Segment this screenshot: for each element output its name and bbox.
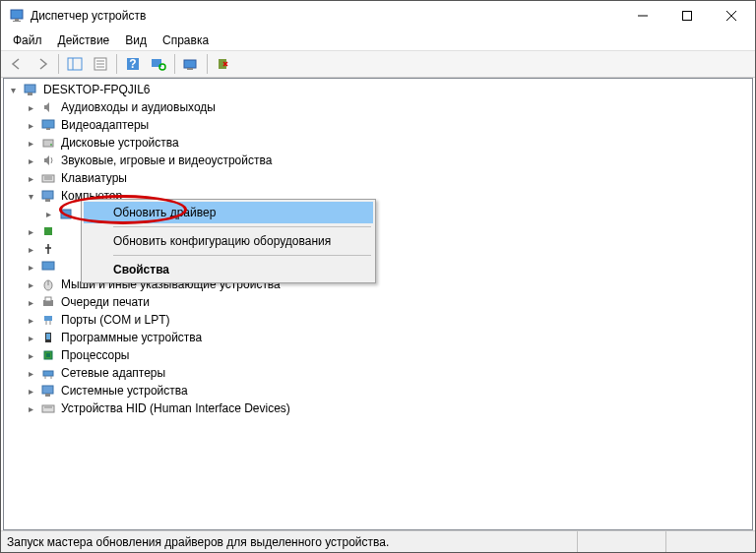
tree-item-audio[interactable]: ▸ Аудиовходы и аудиовыходы [4,98,752,116]
collapse-icon[interactable]: ▾ [24,189,37,203]
svg-rect-29 [42,191,53,199]
toolbar-separator [58,54,59,74]
tree-item-keyboard[interactable]: ▸ Клавиатуры [4,169,752,187]
svg-rect-17 [184,60,196,68]
properties-button[interactable] [89,52,112,76]
svg-rect-30 [45,199,50,202]
svg-rect-48 [42,386,53,394]
svg-rect-37 [45,297,51,301]
cpu-icon [39,347,57,363]
expand-icon[interactable]: ▸ [24,331,37,344]
expand-icon[interactable]: ▸ [24,171,37,185]
expand-icon[interactable]: ▸ [24,384,37,398]
expand-icon[interactable]: ▸ [24,401,37,415]
toolbar-separator [116,54,117,74]
status-pane-3 [666,531,755,552]
ctx-separator [113,255,371,256]
printer-icon [39,294,57,310]
tree-item-printer[interactable]: ▸ Очереди печати [4,293,752,311]
expand-icon[interactable]: ▸ [24,100,37,114]
ctx-properties[interactable]: Свойства [84,259,373,280]
svg-rect-49 [45,394,50,397]
tree-item-label: Системные устройства [59,384,190,398]
expand-icon[interactable]: ▸ [24,242,37,256]
device-tree[interactable]: ▾ DESKTOP-FPQJIL6 ▸ Аудиовходы и аудиовы… [3,78,753,530]
audio-icon [39,99,57,115]
computer-icon [22,82,39,97]
expand-icon[interactable]: ▸ [24,224,37,238]
svg-rect-44 [46,353,50,357]
tree-item-system[interactable]: ▸ Системные устройства [4,382,752,399]
status-pane-2 [578,531,666,552]
svg-point-25 [50,144,52,146]
expand-icon[interactable]: ▸ [24,366,37,380]
status-text: Запуск мастера обновления драйверов для … [1,531,578,552]
back-button[interactable] [5,52,29,76]
port-icon [39,312,57,328]
tree-item-label: Клавиатуры [59,171,129,185]
menu-help[interactable]: Справка [155,31,217,49]
maximize-button[interactable] [664,2,709,30]
expand-icon[interactable]: ▸ [24,295,37,309]
tree-item-network[interactable]: ▸ Сетевые адаптеры [4,364,752,382]
close-button[interactable] [709,2,753,30]
controller-icon [39,223,57,239]
tree-item-hid[interactable]: ▸ Устройства HID (Human Interface Device… [4,399,752,417]
help-button[interactable]: ? [121,52,145,76]
toolbar: ? [1,50,755,78]
collapse-icon[interactable]: ▾ [6,83,20,96]
mouse-icon [39,276,57,292]
menu-action[interactable]: Действие [50,31,118,49]
toolbar-separator [174,54,175,74]
tree-item-display[interactable]: ▸ Видеоадаптеры [4,116,752,134]
menu-view[interactable]: Вид [117,31,155,49]
scan-hardware-button[interactable] [147,52,170,76]
tree-item-sound[interactable]: ▸ Звуковые, игровые и видеоустройства [4,152,752,169]
ctx-scan-hardware[interactable]: Обновить конфигурацию оборудования [84,230,373,252]
expand-icon[interactable]: ▸ [24,118,37,132]
update-driver-button[interactable] [179,52,203,76]
expand-icon[interactable]: ▸ [41,207,55,220]
expand-icon[interactable]: ▸ [24,277,37,291]
network-icon [39,365,57,381]
tree-item-label: Дисковые устройства [59,136,181,150]
system-icon [39,383,57,399]
titlebar-controls [620,2,753,30]
forward-button[interactable] [31,52,54,76]
svg-rect-21 [28,92,32,95]
svg-rect-0 [11,10,23,19]
tree-item-ports[interactable]: ▸ Порты (COM и LPT) [4,311,752,329]
software-icon [39,330,57,345]
tree-root-label: DESKTOP-FPQJIL6 [41,83,152,96]
toolbar-separator [207,54,208,74]
ctx-item-label: Обновить конфигурацию оборудования [113,234,331,248]
tree-item-cpu[interactable]: ▸ Процессоры [4,346,752,364]
computer-icon [39,188,57,204]
ctx-item-label: Обновить драйвер [113,206,216,219]
tree-root[interactable]: ▾ DESKTOP-FPQJIL6 [4,81,752,98]
expand-icon[interactable]: ▸ [24,154,37,167]
ctx-item-label: Свойства [113,263,169,276]
uninstall-button[interactable] [212,52,235,76]
expand-icon[interactable]: ▸ [24,348,37,362]
svg-rect-38 [44,316,52,321]
minimize-button[interactable] [620,2,664,30]
tree-item-label: Аудиовходы и аудиовыходы [59,100,218,114]
expand-icon[interactable]: ▸ [24,260,37,274]
tree-item-disk[interactable]: ▸ Дисковые устройства [4,134,752,152]
device-icon [57,206,75,221]
monitor-icon [39,259,57,275]
expand-icon[interactable]: ▸ [24,313,37,327]
ctx-update-driver[interactable]: Обновить драйвер [84,202,373,223]
tree-item-software[interactable]: ▸ Программные устройства [4,329,752,346]
statusbar: Запуск мастера обновления драйверов для … [1,530,755,552]
show-hide-tree-button[interactable] [63,52,87,76]
expand-icon[interactable]: ▸ [24,136,37,150]
svg-rect-32 [44,227,52,235]
window-title: Диспетчер устройств [31,9,620,23]
menu-file[interactable]: Файл [5,31,50,49]
tree-item-label: Звуковые, игровые и видеоустройства [59,154,274,167]
display-icon [39,117,57,133]
context-menu: Обновить драйвер Обновить конфигурацию о… [81,199,376,283]
svg-rect-7 [68,58,82,70]
